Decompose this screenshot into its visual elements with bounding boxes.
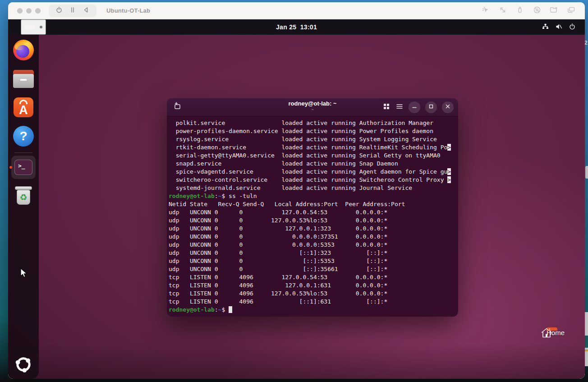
vm-titlebar[interactable]: Ubuntu-OT-Lab bbox=[8, 2, 585, 19]
terminal-text: udp UNCONN 0 0 0.0.0.0:5353 0.0.0.0:* bbox=[169, 241, 387, 248]
background-window-fragment bbox=[585, 166, 588, 179]
terminal-body[interactable]: polkit.service loaded active running Aut… bbox=[167, 116, 458, 317]
menu-button[interactable] bbox=[395, 102, 404, 112]
terminal-text: > bbox=[447, 168, 451, 175]
vm-back-button[interactable] bbox=[80, 6, 92, 16]
tab-overview-button[interactable] bbox=[382, 102, 390, 112]
dock-item-trash[interactable]: ♻ bbox=[13, 185, 34, 206]
terminal-header[interactable]: rodney@ot-lab: ~ ~ bbox=[167, 98, 458, 116]
home-folder-shortcut[interactable]: Home bbox=[535, 329, 576, 336]
usb-icon bbox=[515, 5, 524, 16]
dock-item-help[interactable]: ? bbox=[13, 126, 34, 147]
vm-toolbar-right bbox=[481, 6, 576, 15]
usb-button[interactable] bbox=[515, 6, 524, 15]
shared-folder-icon bbox=[549, 5, 559, 16]
terminal-text: tcp LISTEN 0 4096 [::1]:631 [::]:* bbox=[169, 298, 387, 305]
displays-button[interactable] bbox=[566, 6, 576, 15]
fullscreen-button[interactable] bbox=[498, 6, 507, 15]
terminal-text: Netid State Recv-Q Send-Q Local Address:… bbox=[169, 201, 405, 207]
dock-item-files[interactable] bbox=[13, 69, 34, 89]
fullscreen-icon bbox=[498, 5, 507, 16]
shared-folder-button[interactable] bbox=[549, 6, 559, 15]
ubuntu-logo-button[interactable] bbox=[14, 354, 33, 374]
terminal-text: rodney@ot-lab bbox=[169, 306, 215, 313]
workspace-dot bbox=[40, 26, 42, 28]
terminal-text: udp UNCONN 0 0 [::1]:323 [::]:* bbox=[169, 249, 387, 256]
macos-desktop: 2 Ubuntu-OT-Lab bbox=[0, 0, 588, 382]
terminal-text: $ bbox=[221, 193, 229, 199]
tab-grid-icon bbox=[382, 102, 390, 112]
running-indicator-dot bbox=[9, 166, 12, 169]
terminal-header-buttons bbox=[382, 101, 454, 113]
terminal-icon: >_ bbox=[14, 160, 32, 175]
background-window-fragment bbox=[585, 336, 588, 348]
disc-button[interactable] bbox=[532, 6, 542, 15]
traffic-light-close[interactable] bbox=[17, 8, 23, 14]
terminal-text: : bbox=[215, 306, 218, 313]
audio-muted-icon bbox=[555, 23, 563, 32]
gnome-top-panel: Jan 25 13:01 bbox=[8, 19, 585, 35]
power-icon bbox=[55, 6, 63, 15]
traffic-light-zoom[interactable] bbox=[35, 8, 41, 14]
trash-icon: ♻ bbox=[13, 185, 34, 206]
terminal-window: rodney@ot-lab: ~ ~ bbox=[167, 98, 458, 317]
terminal-text: serial-getty@ttyAMA0.service loaded acti… bbox=[169, 152, 441, 159]
disc-icon bbox=[533, 5, 542, 16]
terminal-text: udp UNCONN 0 0 [::]:5353 [::]:* bbox=[169, 258, 387, 264]
hamburger-icon bbox=[395, 102, 404, 112]
vm-pause-button[interactable] bbox=[67, 6, 78, 16]
terminal-titles: rodney@ot-lab: ~ ~ bbox=[289, 100, 337, 112]
new-tab-button[interactable] bbox=[171, 101, 184, 114]
network-wired-icon bbox=[542, 23, 549, 32]
dock-item-app-center[interactable]: A bbox=[13, 97, 34, 118]
terminal-text: tcp LISTEN 0 4096 127.0.0.53%lo:53 0.0.0… bbox=[169, 290, 387, 297]
terminal-text: rtkit-daemon.service loaded active runni… bbox=[169, 144, 447, 151]
clock-button[interactable]: Jan 25 13:01 bbox=[273, 23, 320, 31]
terminal-text: udp UNCONN 0 0 127.0.0.1:323 0.0.0.0:* bbox=[169, 225, 387, 232]
activities-indicator[interactable] bbox=[21, 19, 46, 35]
vm-power-button[interactable] bbox=[53, 6, 65, 16]
terminal-text: snapd.service loaded active running Snap… bbox=[169, 160, 398, 167]
system-tray-button[interactable] bbox=[542, 19, 576, 35]
house-icon bbox=[540, 326, 553, 340]
dock-separator bbox=[14, 152, 32, 153]
terminal-text: $ bbox=[221, 306, 229, 313]
new-tab-icon bbox=[173, 102, 182, 112]
displays-icon bbox=[566, 5, 576, 16]
traffic-lights bbox=[17, 8, 41, 14]
minimize-icon bbox=[412, 104, 417, 110]
terminal-text: spice-vdagentd.service loaded active run… bbox=[169, 168, 447, 175]
terminal-text: > bbox=[447, 144, 451, 151]
terminal-text: systemd-journald.service loaded active r… bbox=[169, 184, 412, 191]
workspace-pill bbox=[24, 25, 35, 29]
terminal-text: udp UNCONN 0 0 127.0.0.54:53 0.0.0.0:* bbox=[169, 209, 387, 216]
close-button[interactable] bbox=[442, 101, 454, 113]
vm-window: Ubuntu-OT-Lab bbox=[8, 2, 585, 379]
terminal-text: tcp LISTEN 0 4096 127.0.0.54:53 0.0.0.0:… bbox=[169, 274, 387, 281]
terminal-subtitle: ~ bbox=[289, 107, 337, 112]
files-icon bbox=[13, 70, 34, 88]
maximize-button[interactable] bbox=[425, 101, 437, 113]
terminal-text: rodney@ot-lab bbox=[169, 193, 215, 199]
vm-control-group bbox=[49, 5, 96, 17]
dock-item-terminal[interactable]: >_ bbox=[11, 156, 36, 179]
firefox-icon bbox=[13, 40, 34, 60]
background-window-fragment: 2 bbox=[584, 39, 588, 47]
ubuntu-logo-icon bbox=[14, 369, 33, 376]
pause-icon bbox=[69, 6, 76, 15]
minimize-button[interactable] bbox=[409, 101, 420, 113]
back-icon bbox=[83, 6, 90, 15]
ubuntu-desktop[interactable]: Jan 25 13:01 bbox=[8, 19, 585, 379]
vm-window-title: Ubuntu-OT-Lab bbox=[106, 7, 150, 14]
terminal-text: switcheroo-control.service loaded active… bbox=[169, 176, 447, 183]
terminal-text: tcp LISTEN 0 4096 127.0.0.1:631 0.0.0.0:… bbox=[169, 282, 387, 289]
capture-cursor-button[interactable] bbox=[481, 6, 490, 15]
terminal-output[interactable]: polkit.service loaded active running Aut… bbox=[169, 119, 456, 314]
dock-item-firefox[interactable] bbox=[13, 40, 34, 60]
traffic-light-minimize[interactable] bbox=[26, 8, 32, 14]
terminal-text: udp UNCONN 0 0 127.0.0.53%lo:53 0.0.0.0:… bbox=[169, 217, 387, 224]
terminal-text: polkit.service loaded active running Aut… bbox=[169, 120, 433, 126]
app-center-icon: A bbox=[14, 97, 33, 117]
terminal-text: ss -tuln bbox=[229, 193, 257, 199]
terminal-text: udp UNCONN 0 0 0.0.0.0:37351 0.0.0.0:* bbox=[169, 233, 387, 240]
